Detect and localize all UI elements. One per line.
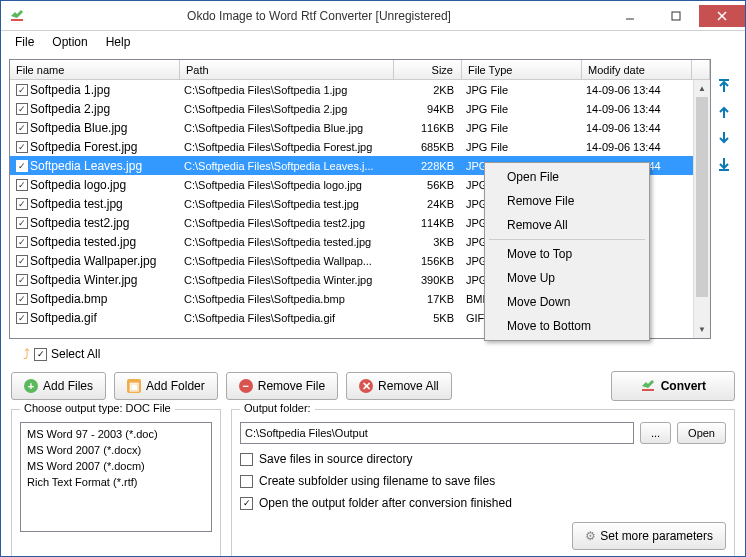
file-path: C:\Softpedia Files\Softpedia Wallpap...: [180, 254, 394, 268]
output-type-item[interactable]: MS Word 2007 (*.docx): [25, 442, 207, 458]
file-size: 228KB: [394, 159, 462, 173]
remove-file-button[interactable]: −Remove File: [226, 372, 338, 400]
close-button[interactable]: [699, 5, 745, 27]
convert-icon: [640, 378, 656, 394]
file-name: Softpedia.gif: [30, 311, 97, 325]
row-checkbox[interactable]: ✓: [16, 160, 28, 172]
col-type[interactable]: File Type: [462, 60, 582, 79]
add-files-label: Add Files: [43, 379, 93, 393]
table-row[interactable]: ✓Softpedia Forest.jpgC:\Softpedia Files\…: [10, 137, 710, 156]
output-type-item[interactable]: Rich Text Format (*.rtf): [25, 474, 207, 490]
col-date[interactable]: Modify date: [582, 60, 692, 79]
file-size: 116KB: [394, 121, 462, 135]
menu-option[interactable]: Option: [44, 33, 95, 51]
table-row[interactable]: ✓Softpedia 2.jpgC:\Softpedia Files\Softp…: [10, 99, 710, 118]
scroll-down-icon[interactable]: ▼: [694, 321, 710, 338]
add-files-button[interactable]: +Add Files: [11, 372, 106, 400]
file-type: JPG File: [462, 102, 582, 116]
move-top-icon[interactable]: [715, 77, 733, 95]
row-checkbox[interactable]: ✓: [16, 141, 28, 153]
ctx-remove-file[interactable]: Remove File: [487, 189, 647, 213]
scroll-up-icon[interactable]: ▲: [694, 80, 710, 97]
output-type-fieldset: Choose output type: DOC File MS Word 97 …: [11, 409, 221, 557]
browse-button[interactable]: ...: [640, 422, 671, 444]
row-checkbox[interactable]: ✓: [16, 293, 28, 305]
set-more-label: Set more parameters: [600, 529, 713, 543]
scroll-thumb[interactable]: [696, 97, 708, 297]
file-name: Softpedia test2.jpg: [30, 216, 129, 230]
minus-icon: −: [239, 379, 253, 393]
ctx-move-up[interactable]: Move Up: [487, 266, 647, 290]
file-name: Softpedia.bmp: [30, 292, 107, 306]
file-size: 24KB: [394, 197, 462, 211]
output-path-input[interactable]: [240, 422, 634, 444]
ctx-open-file[interactable]: Open File: [487, 165, 647, 189]
gear-icon: ⚙: [585, 529, 596, 543]
output-folder-fieldset: Output folder: ... Open Save files in so…: [231, 409, 735, 557]
open-after-checkbox[interactable]: ✓: [240, 497, 253, 510]
ctx-move-down[interactable]: Move Down: [487, 290, 647, 314]
menu-help[interactable]: Help: [98, 33, 139, 51]
file-size: 114KB: [394, 216, 462, 230]
select-all-checkbox[interactable]: ✓: [34, 348, 47, 361]
row-checkbox[interactable]: ✓: [16, 274, 28, 286]
output-type-item[interactable]: MS Word 2007 (*.docm): [25, 458, 207, 474]
open-folder-button[interactable]: Open: [677, 422, 726, 444]
add-folder-button[interactable]: ▣Add Folder: [114, 372, 218, 400]
file-name: Softpedia 1.jpg: [30, 83, 110, 97]
move-bottom-icon[interactable]: [715, 155, 733, 173]
file-path: C:\Softpedia Files\Softpedia.bmp: [180, 292, 394, 306]
col-name[interactable]: File name: [10, 60, 180, 79]
move-down-icon[interactable]: [715, 129, 733, 147]
file-path: C:\Softpedia Files\Softpedia test.jpg: [180, 197, 394, 211]
convert-label: Convert: [661, 379, 706, 393]
menubar: File Option Help: [1, 31, 745, 53]
set-more-button[interactable]: ⚙Set more parameters: [572, 522, 726, 550]
ctx-move-top[interactable]: Move to Top: [487, 242, 647, 266]
row-checkbox[interactable]: ✓: [16, 84, 28, 96]
col-size[interactable]: Size: [394, 60, 462, 79]
select-arrow-icon: ⤴: [23, 346, 30, 362]
create-subfolder-label: Create subfolder using filename to save …: [259, 474, 495, 488]
row-checkbox[interactable]: ✓: [16, 122, 28, 134]
table-row[interactable]: ✓Softpedia 1.jpgC:\Softpedia Files\Softp…: [10, 80, 710, 99]
row-checkbox[interactable]: ✓: [16, 312, 28, 324]
file-path: C:\Softpedia Files\Softpedia Forest.jpg: [180, 140, 394, 154]
save-source-checkbox[interactable]: [240, 453, 253, 466]
output-type-legend: Choose output type: DOC File: [20, 402, 175, 414]
plus-icon: +: [24, 379, 38, 393]
window-controls: [607, 5, 745, 27]
select-all-label: Select All: [51, 347, 100, 361]
file-path: C:\Softpedia Files\Softpedia tested.jpg: [180, 235, 394, 249]
file-name: Softpedia logo.jpg: [30, 178, 126, 192]
output-type-item[interactable]: MS Word 97 - 2003 (*.doc): [25, 426, 207, 442]
table-row[interactable]: ✓Softpedia Blue.jpgC:\Softpedia Files\So…: [10, 118, 710, 137]
col-path[interactable]: Path: [180, 60, 394, 79]
remove-all-button[interactable]: ✕Remove All: [346, 372, 452, 400]
x-icon: ✕: [359, 379, 373, 393]
row-checkbox[interactable]: ✓: [16, 217, 28, 229]
file-size: 390KB: [394, 273, 462, 287]
ctx-remove-all[interactable]: Remove All: [487, 213, 647, 237]
row-checkbox[interactable]: ✓: [16, 103, 28, 115]
maximize-button[interactable]: [653, 5, 699, 27]
file-name: Softpedia Winter.jpg: [30, 273, 137, 287]
menu-file[interactable]: File: [7, 33, 42, 51]
file-name: Softpedia test.jpg: [30, 197, 123, 211]
output-type-list[interactable]: MS Word 97 - 2003 (*.doc)MS Word 2007 (*…: [20, 422, 212, 532]
vertical-scrollbar[interactable]: ▲ ▼: [693, 80, 710, 338]
row-checkbox[interactable]: ✓: [16, 179, 28, 191]
create-subfolder-checkbox[interactable]: [240, 475, 253, 488]
row-checkbox[interactable]: ✓: [16, 236, 28, 248]
minimize-button[interactable]: [607, 5, 653, 27]
move-up-icon[interactable]: [715, 103, 733, 121]
ctx-move-bottom[interactable]: Move to Bottom: [487, 314, 647, 338]
svg-rect-1: [672, 12, 680, 20]
row-checkbox[interactable]: ✓: [16, 255, 28, 267]
output-folder-legend: Output folder:: [240, 402, 315, 414]
remove-file-label: Remove File: [258, 379, 325, 393]
row-checkbox[interactable]: ✓: [16, 198, 28, 210]
add-folder-label: Add Folder: [146, 379, 205, 393]
file-size: 3KB: [394, 235, 462, 249]
convert-button[interactable]: Convert: [611, 371, 735, 401]
